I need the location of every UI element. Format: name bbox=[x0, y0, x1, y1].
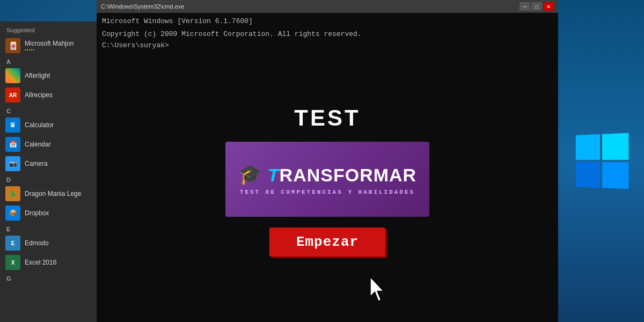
section-g-letter: G bbox=[0, 272, 97, 283]
edmodo-label: Edmodo bbox=[25, 239, 49, 247]
cmd-close-button[interactable]: ✕ bbox=[543, 2, 554, 11]
dragon-label: Dragon Mania Lege bbox=[25, 190, 81, 197]
calculator-icon: 🖩 bbox=[5, 118, 20, 133]
app-item-excel[interactable]: X Excel 2016 bbox=[0, 253, 97, 272]
dragon-icon: 🐉 bbox=[5, 186, 20, 201]
calendar-label: Calendar bbox=[25, 141, 51, 148]
suggested-header: Suggested bbox=[0, 21, 97, 36]
camera-label: Camera bbox=[25, 160, 48, 167]
app-item-camera[interactable]: 📷 Camera bbox=[0, 154, 97, 173]
t-letter: T bbox=[268, 165, 280, 185]
section-a-letter: A bbox=[0, 55, 97, 66]
empezar-button[interactable]: Empezar bbox=[269, 228, 385, 257]
section-c-letter: C bbox=[0, 105, 97, 115]
start-menu-panel: Suggested 🀄 Microsoft Mahjon ••••• A Aft… bbox=[0, 21, 97, 322]
graduation-cap-icon: 🎓 bbox=[238, 163, 262, 187]
desktop: C:\Windows\System32\cmd.exe ─ □ ✕ Micros… bbox=[0, 0, 644, 322]
cmd-content: Microsoft Windows [Version 6.1.7600] Cop… bbox=[97, 13, 558, 322]
windows-flag-logo bbox=[576, 133, 629, 189]
app-item-allrecipes[interactable]: AR Allrecipes bbox=[0, 85, 97, 105]
windows-logo-area bbox=[558, 0, 644, 322]
cmd-window-controls: ─ □ ✕ bbox=[519, 2, 554, 11]
allrecipes-label: Allrecipes bbox=[25, 91, 53, 99]
cmd-titlebar: C:\Windows\System32\cmd.exe ─ □ ✕ bbox=[97, 0, 558, 13]
banner-top-row: 🎓 TRANSFORMAR bbox=[238, 163, 416, 187]
app-item-calculator[interactable]: 🖩 Calculator bbox=[0, 115, 97, 135]
mahjong-app-icon: 🀄 bbox=[5, 38, 20, 53]
cmd-line2: Copyright (c) 2009 Microsoft Corporation… bbox=[102, 29, 553, 40]
dropbox-icon: 📦 bbox=[5, 206, 20, 221]
cmd-title: C:\Windows\System32\cmd.exe bbox=[101, 3, 519, 10]
calculator-label: Calculator bbox=[25, 121, 54, 129]
ransformar-text: RANSFORMAR bbox=[280, 165, 417, 185]
flag-pane-3 bbox=[576, 162, 600, 188]
cmd-maximize-button[interactable]: □ bbox=[531, 2, 542, 11]
transformar-brand-text: TRANSFORMAR bbox=[268, 165, 416, 186]
banner-subtitle: TEST DE COMPETENCIAS Y HABILIDADES bbox=[240, 189, 415, 195]
afterlight-icon bbox=[5, 68, 20, 83]
flag-pane-1 bbox=[576, 134, 600, 160]
flag-pane-4 bbox=[602, 162, 629, 189]
excel-label: Excel 2016 bbox=[25, 259, 56, 266]
mahjong-app-label: Microsoft Mahjon bbox=[25, 40, 74, 47]
transformar-banner: 🎓 TRANSFORMAR TEST DE COMPETENCIAS Y HAB… bbox=[225, 142, 429, 217]
test-title: TEST bbox=[294, 105, 360, 131]
app-item-dropbox[interactable]: 📦 Dropbox bbox=[0, 203, 97, 223]
edmodo-icon: E bbox=[5, 236, 20, 251]
calendar-icon: 📅 bbox=[5, 137, 20, 152]
flag-pane-2 bbox=[602, 133, 629, 160]
app-item-mahjong[interactable]: 🀄 Microsoft Mahjon ••••• bbox=[0, 36, 97, 55]
cmd-minimize-button[interactable]: ─ bbox=[519, 2, 530, 11]
app-item-edmodo[interactable]: E Edmodo bbox=[0, 233, 97, 253]
camera-icon: 📷 bbox=[5, 156, 20, 171]
afterlight-label: Afterlight bbox=[25, 72, 50, 79]
excel-icon: X bbox=[5, 255, 20, 270]
mahjong-rating: ••••• bbox=[25, 47, 74, 52]
dropbox-label: Dropbox bbox=[25, 209, 49, 217]
app-item-dragon[interactable]: 🐉 Dragon Mania Lege bbox=[0, 184, 97, 203]
cmd-line1: Microsoft Windows [Version 6.1.7600] bbox=[102, 16, 553, 27]
allrecipes-icon: AR bbox=[5, 87, 20, 103]
app-item-calendar[interactable]: 📅 Calendar bbox=[0, 135, 97, 154]
app-item-afterlight[interactable]: Afterlight bbox=[0, 66, 97, 85]
test-overlay: TEST 🎓 TRANSFORMAR TEST DE COMPETENCIAS … bbox=[97, 40, 558, 322]
section-d-letter: D bbox=[0, 173, 97, 184]
section-e-letter: E bbox=[0, 223, 97, 233]
cmd-window: C:\Windows\System32\cmd.exe ─ □ ✕ Micros… bbox=[97, 0, 558, 322]
